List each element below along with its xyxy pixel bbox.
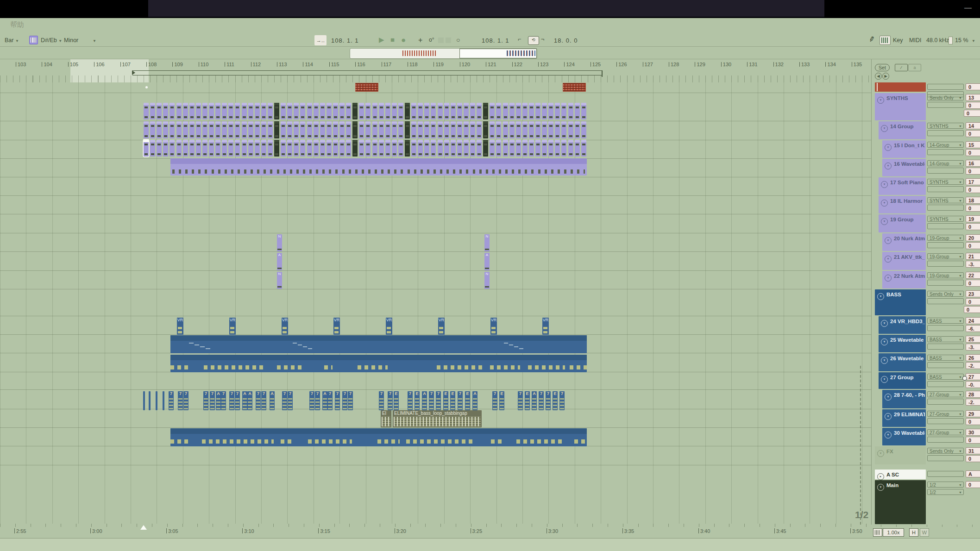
draw-mode-icon[interactable]: ✎	[868, 35, 876, 44]
group14-preview[interactable]	[157, 121, 162, 138]
bass-phrase-clip[interactable]: E	[465, 391, 470, 410]
bass-phrase-clip[interactable]: E	[553, 391, 558, 410]
bass-phrase-clip[interactable]: 7	[335, 391, 340, 410]
bass-phrase-clip[interactable]: A	[422, 391, 427, 410]
track15-clips[interactable]	[509, 140, 515, 157]
bass-phrase-clip[interactable]	[149, 391, 151, 410]
bass-phrase-clip[interactable]: A	[216, 391, 221, 410]
fold-icon[interactable]: ▾	[881, 357, 888, 364]
play-icon[interactable]: ▸	[877, 473, 884, 480]
synths-group-preview[interactable]	[522, 103, 528, 119]
group14-preview[interactable]	[581, 121, 586, 138]
eliminate-clip[interactable]: ELIMINATE_bass_loop_stabbingap	[393, 410, 482, 427]
track-number-box[interactable]: A	[966, 470, 980, 477]
track15-clips[interactable]	[516, 140, 521, 157]
stop-button[interactable]: ■	[390, 36, 395, 44]
volume-box[interactable]: -0.	[966, 381, 980, 388]
group14-preview[interactable]	[333, 121, 338, 138]
synths-group-preview[interactable]	[561, 103, 566, 119]
group14-preview[interactable]	[424, 121, 429, 138]
track-number-box[interactable]: 16	[966, 160, 980, 167]
output-routing-chooser[interactable]: BASS▼	[927, 318, 964, 324]
track-name-block[interactable]: ▾Main	[875, 480, 926, 524]
synths-group-preview[interactable]	[418, 103, 423, 119]
scale-mode-arrow-icon[interactable]: ▼	[93, 39, 96, 43]
synths-group-preview[interactable]	[555, 103, 560, 119]
synths-group-preview[interactable]	[411, 103, 416, 119]
track-name-block[interactable]: ▾26 Wavetable	[879, 353, 926, 371]
eliminate-clip[interactable]: El	[381, 410, 391, 427]
track15-clips[interactable]	[483, 140, 488, 157]
group14-preview[interactable]	[235, 121, 240, 138]
group14-preview[interactable]	[183, 121, 188, 138]
group14-preview[interactable]	[464, 121, 469, 138]
bass-phrase-clip[interactable]: 7	[315, 391, 320, 410]
group14-preview[interactable]	[163, 121, 168, 138]
input-routing-chooser[interactable]	[927, 362, 964, 368]
waveform-toggle-icon[interactable]	[873, 528, 882, 537]
group14-preview[interactable]	[202, 121, 207, 138]
track15-clips[interactable]	[392, 140, 397, 157]
group14-preview[interactable]	[575, 121, 580, 138]
group14-preview[interactable]	[535, 121, 540, 138]
synths-group-preview[interactable]	[189, 103, 195, 119]
synths-group-preview[interactable]	[215, 103, 220, 119]
bass-phrase-clip[interactable]: 7	[183, 391, 188, 410]
bass-phrase-clip[interactable]: 7	[429, 391, 434, 410]
synths-group-preview[interactable]	[535, 103, 540, 119]
synths-group-preview[interactable]	[196, 103, 201, 119]
scale-mode-menu[interactable]: Minor	[64, 37, 78, 44]
bass-phrase-clip[interactable]: E	[525, 391, 530, 410]
track-number-box[interactable]: 28	[966, 391, 980, 398]
bass-phrase-clip[interactable]: E	[415, 391, 420, 410]
output-routing-chooser[interactable]: 27-Group▼	[927, 429, 964, 435]
track16-wavetable-clip[interactable]	[170, 158, 587, 175]
input-routing-chooser[interactable]	[927, 381, 964, 387]
track-number-box[interactable]: 18	[966, 197, 980, 204]
bass-phrase-clip[interactable]: E	[499, 391, 504, 410]
synths-group-preview[interactable]	[209, 103, 214, 119]
punch-in-button[interactable]	[438, 38, 444, 43]
track15-clips[interactable]	[287, 140, 292, 157]
track-number-box[interactable]: 23	[966, 290, 980, 297]
fold-icon[interactable]: ▾	[885, 237, 892, 244]
synths-group-preview[interactable]	[287, 103, 292, 119]
group14-preview[interactable]	[522, 121, 528, 138]
synths-group-preview[interactable]	[255, 103, 260, 119]
fold-icon[interactable]: ▾	[885, 144, 892, 151]
track15-clips[interactable]	[281, 140, 286, 157]
track15-clips[interactable]	[451, 140, 456, 157]
group14-preview[interactable]	[372, 121, 377, 138]
track-number-box[interactable]: 30	[966, 429, 980, 436]
group14-preview[interactable]	[294, 121, 299, 138]
synths-group-preview[interactable]	[333, 103, 338, 119]
synths-group-preview[interactable]	[405, 103, 410, 119]
group14-preview[interactable]	[470, 121, 475, 138]
volume-box[interactable]: -3.	[966, 344, 980, 351]
track15-clips[interactable]	[464, 140, 469, 157]
bass-phrase-clip[interactable]: 7	[546, 391, 551, 410]
track-number-box[interactable]: 29	[966, 410, 980, 417]
track-name-block[interactable]: ▸A SC	[875, 470, 926, 479]
input-routing-chooser[interactable]	[927, 130, 964, 136]
vr-clip[interactable]: VR	[490, 318, 497, 335]
loop-switch[interactable]: ⟲	[528, 36, 539, 45]
vr-clip[interactable]: VR	[177, 318, 183, 335]
track15-clips[interactable]	[561, 140, 566, 157]
input-routing-chooser[interactable]	[927, 399, 964, 405]
track15-clips[interactable]	[183, 140, 188, 157]
group14-preview[interactable]	[438, 121, 443, 138]
output-routing-chooser[interactable]	[927, 84, 964, 90]
atmo-clip[interactable]: A	[484, 253, 490, 270]
volume-box[interactable]: 0	[966, 149, 980, 156]
group14-preview[interactable]	[287, 121, 292, 138]
output-routing-chooser[interactable]: 19-Group▼	[927, 253, 964, 259]
synths-group-preview[interactable]	[529, 103, 534, 119]
track15-clips[interactable]	[300, 140, 305, 157]
synths-group-preview[interactable]	[490, 103, 495, 119]
track15-clips[interactable]	[379, 140, 384, 157]
output-routing-chooser[interactable]: 14-Group▼	[927, 142, 964, 148]
group14-preview[interactable]	[248, 121, 253, 138]
synths-group-preview[interactable]	[314, 103, 319, 119]
loop-length-field[interactable]: 18. 0. 0	[554, 37, 578, 44]
